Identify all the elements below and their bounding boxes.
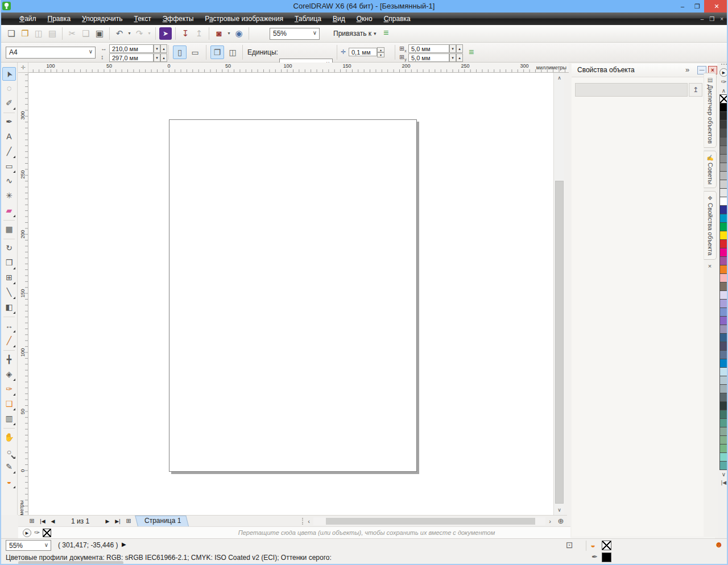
color-swatch[interactable] bbox=[719, 128, 728, 138]
duplicate-options-icon[interactable]: ≡ bbox=[469, 47, 474, 57]
horizontal-scrollbar-track[interactable] bbox=[313, 517, 545, 525]
scroll-down-button[interactable]: ∨ bbox=[554, 505, 565, 515]
color-swatch[interactable] bbox=[719, 111, 728, 121]
color-swatch[interactable] bbox=[719, 427, 728, 436]
text-tool[interactable]: А bbox=[2, 130, 16, 144]
color-swatch[interactable] bbox=[719, 350, 728, 359]
welcome-screen-button[interactable]: ◉ bbox=[232, 27, 246, 40]
window-restore-button[interactable]: ❐ bbox=[690, 0, 704, 13]
color-swatch[interactable] bbox=[719, 154, 728, 163]
save-document-button[interactable]: ◫ bbox=[32, 27, 46, 40]
contour-tool[interactable]: ❑ bbox=[2, 397, 16, 411]
spin-up-icon[interactable]: ▴ bbox=[456, 53, 463, 62]
zoom-tool[interactable]: ○ bbox=[2, 446, 16, 459]
color-swatch[interactable] bbox=[719, 342, 728, 351]
curve-tool[interactable]: ∿ bbox=[2, 175, 16, 188]
new-document-button[interactable]: ❏ bbox=[5, 27, 18, 40]
spin-up-icon[interactable]: ▴ bbox=[377, 47, 384, 52]
redo-button[interactable]: ↷ bbox=[133, 27, 146, 40]
pen-tool[interactable]: ✒ bbox=[2, 115, 16, 129]
launcher-dropdown-button[interactable]: ▾ bbox=[226, 27, 232, 40]
window-minimize-button[interactable]: – bbox=[676, 0, 689, 13]
dimension-tool[interactable]: ↔ bbox=[2, 319, 16, 333]
menu-item[interactable]: Правка bbox=[42, 15, 77, 23]
connector-tool[interactable]: ╱ bbox=[2, 334, 16, 348]
document-color-settings-icon[interactable]: ⊡ bbox=[566, 540, 573, 550]
color-swatch[interactable] bbox=[719, 120, 728, 129]
color-swatch[interactable] bbox=[719, 205, 728, 214]
interactive-fill-tool[interactable]: ✎ bbox=[2, 460, 16, 474]
redo-dropdown-button[interactable]: ▾ bbox=[146, 27, 152, 40]
menu-item[interactable]: Упорядочить bbox=[76, 15, 128, 23]
color-swatch[interactable] bbox=[719, 359, 728, 368]
no-color-swatch[interactable] bbox=[719, 94, 728, 103]
status-zoom-combo[interactable]: 55% ∨ bbox=[6, 540, 51, 551]
vertical-ruler[interactable]: 300250200150100500 bbox=[18, 73, 28, 515]
docker-tab[interactable]: ▤Диспетчер объектов bbox=[704, 73, 717, 148]
color-swatch[interactable] bbox=[719, 103, 728, 112]
color-swatch[interactable] bbox=[719, 214, 728, 223]
page-size-combo[interactable]: A4 ∨ bbox=[6, 47, 96, 59]
application-launcher-button[interactable]: ◙ bbox=[212, 27, 226, 40]
first-page-button[interactable]: |◀ bbox=[38, 518, 48, 524]
color-swatch[interactable] bbox=[719, 299, 728, 308]
color-eyedropper-tool[interactable]: ✑ bbox=[2, 383, 16, 396]
palette-flyout-button[interactable]: ▶ bbox=[719, 68, 728, 77]
page-height-spinner[interactable]: ▾▴ bbox=[154, 53, 167, 62]
options-icon[interactable]: ≡ bbox=[383, 28, 388, 38]
color-swatch[interactable] bbox=[719, 410, 728, 419]
snap-to-caret-icon[interactable]: ▾ bbox=[374, 31, 377, 36]
scroll-left-button[interactable]: ‹ bbox=[304, 518, 313, 525]
menu-item[interactable]: Таблица bbox=[289, 15, 327, 23]
color-swatch[interactable] bbox=[719, 256, 728, 265]
horizontal-ruler[interactable]: миллиметры 10050050100150200250300 bbox=[28, 63, 569, 73]
duplicate-x-field[interactable]: 5,0 мм bbox=[408, 44, 449, 53]
color-swatch[interactable] bbox=[719, 265, 728, 274]
color-swatch[interactable] bbox=[719, 325, 728, 334]
page-width-spinner[interactable]: ▾▴ bbox=[154, 44, 167, 53]
cut-button[interactable]: ✂ bbox=[65, 27, 79, 40]
spin-down-icon[interactable]: ▾ bbox=[154, 44, 160, 53]
transparency-tool[interactable]: ▥ bbox=[2, 412, 16, 426]
add-page-start-button[interactable]: ⊞ bbox=[26, 517, 38, 525]
spin-down-icon[interactable]: ▾ bbox=[377, 52, 384, 57]
coordinates-expander-icon[interactable]: ▶ bbox=[122, 541, 126, 547]
nudge-spinner[interactable]: ▴▾ bbox=[377, 47, 384, 57]
line-tool[interactable]: ╱ bbox=[2, 145, 16, 159]
color-swatch[interactable] bbox=[719, 197, 728, 206]
page-tab[interactable]: Страница 1 bbox=[138, 516, 192, 526]
color-swatch[interactable] bbox=[719, 393, 728, 402]
document-close-button[interactable]: × bbox=[720, 16, 723, 22]
spin-down-icon[interactable]: ▾ bbox=[449, 53, 456, 62]
paste-button[interactable]: ▣ bbox=[93, 27, 106, 40]
graph-paper-tool[interactable]: ╋ bbox=[2, 353, 16, 367]
color-swatch[interactable] bbox=[719, 137, 728, 146]
duplicate-y-spinner[interactable]: ▾▴ bbox=[449, 53, 463, 62]
spin-up-icon[interactable]: ▴ bbox=[160, 53, 167, 62]
color-swatch[interactable] bbox=[719, 401, 728, 410]
color-swatch[interactable] bbox=[719, 316, 728, 325]
pick-tool[interactable]: ➤ bbox=[2, 67, 16, 81]
nudge-field[interactable]: 0,1 мм bbox=[349, 48, 377, 56]
spin-up-icon[interactable]: ▴ bbox=[456, 44, 463, 53]
color-swatch[interactable] bbox=[719, 282, 728, 291]
color-swatch[interactable] bbox=[719, 231, 728, 240]
document-minimize-button[interactable]: – bbox=[701, 16, 704, 22]
palette-expand-button[interactable]: |◀ bbox=[721, 479, 726, 487]
palette-grip[interactable] bbox=[721, 64, 727, 67]
color-swatch[interactable] bbox=[719, 290, 728, 300]
artistic-media-tool[interactable]: ✳ bbox=[2, 189, 16, 203]
page-width-field[interactable]: 210,0 мм bbox=[109, 44, 154, 53]
document-page[interactable] bbox=[169, 119, 417, 472]
shape-tool[interactable]: ✐ bbox=[2, 97, 16, 110]
docker-selection-combo[interactable] bbox=[575, 83, 688, 97]
spin-down-icon[interactable]: ▾ bbox=[154, 53, 160, 62]
freehand-pick-tool[interactable]: ◌ bbox=[2, 82, 16, 95]
spin-up-icon[interactable]: ▴ bbox=[160, 44, 167, 53]
drawing-canvas[interactable] bbox=[28, 73, 553, 515]
scroll-right-button[interactable]: › bbox=[545, 518, 555, 525]
docker-chevrons-icon[interactable]: » bbox=[685, 65, 689, 74]
vertical-scrollbar[interactable]: ∧ ∨ bbox=[553, 73, 564, 515]
menu-item[interactable]: Окно bbox=[351, 15, 378, 23]
free-transform-tool[interactable]: ↻ bbox=[2, 242, 16, 255]
